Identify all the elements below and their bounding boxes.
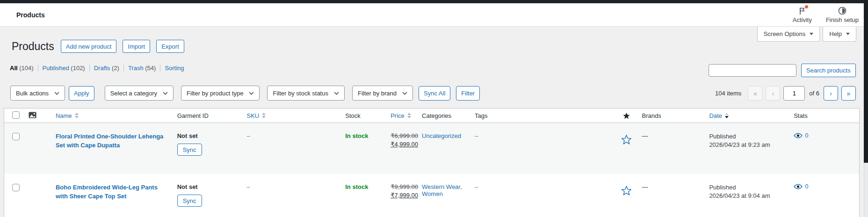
sort-by-price-header[interactable]: Price <box>391 112 411 119</box>
chevron-down-icon <box>54 92 59 95</box>
sort-by-date-header[interactable]: Date <box>709 112 728 119</box>
sort-arrows-icon <box>75 113 79 118</box>
eye-icon <box>794 183 803 190</box>
prev-page-button[interactable]: ‹ <box>766 86 780 101</box>
first-page-button[interactable]: « <box>748 86 762 101</box>
export-button[interactable]: Export <box>156 40 184 53</box>
product-title-link[interactable]: Floral Printed One-Shoulder Lehenga Set … <box>56 132 170 150</box>
tags-value: – <box>475 183 615 190</box>
brands-value: — <box>642 183 706 190</box>
brands-value: — <box>642 132 706 139</box>
activity-flag-icon <box>798 6 807 15</box>
eye-icon <box>794 132 803 139</box>
publish-date: 2026/04/23 at 9:23 am <box>709 141 790 149</box>
sort-by-sku-header[interactable]: SKU <box>246 112 266 119</box>
garment-id-value: Not set <box>177 132 242 139</box>
scrollbar[interactable] <box>864 0 868 217</box>
view-link-published[interactable]: Published (102) <box>43 65 85 72</box>
sort-by-name-header[interactable]: Name <box>56 112 79 119</box>
stats-header: Stats <box>790 112 859 119</box>
view-item-all: All (104) <box>10 65 38 72</box>
star-outline-icon <box>622 186 631 195</box>
sort-arrows-icon <box>407 113 411 118</box>
scrollbar-thumb[interactable] <box>864 0 868 163</box>
page-title: Products <box>12 39 54 53</box>
sku-value: – <box>246 183 341 190</box>
total-pages-label: of 6 <box>809 90 819 97</box>
table-row: Floral Printed One-Shoulder Lehenga Set … <box>4 123 859 174</box>
breadcrumb[interactable]: Products <box>16 11 45 19</box>
sync-all-button[interactable]: Sync All <box>419 86 450 101</box>
current-page-input[interactable] <box>783 86 805 101</box>
notification-dot <box>805 5 808 8</box>
items-count: 104 items <box>715 90 741 97</box>
screen-options-button[interactable]: Screen Options <box>757 27 820 42</box>
select-all-checkbox[interactable] <box>12 111 20 119</box>
last-page-button[interactable]: » <box>841 86 856 101</box>
add-new-product-button[interactable]: Add new product <box>61 40 117 53</box>
chevron-down-icon <box>334 92 339 95</box>
featured-star-toggle[interactable] <box>622 129 631 174</box>
stock-header: Stock <box>341 112 387 119</box>
import-button[interactable]: Import <box>123 40 150 53</box>
search-products-button[interactable]: Search products <box>801 64 856 77</box>
stock-status-select[interactable]: Filter by stock status <box>267 86 344 101</box>
view-filter-links: All (104) Published (102) Drafts (2) Tra… <box>10 65 188 72</box>
image-icon <box>29 112 36 118</box>
sale-price: ₹4,999.00 <box>391 141 418 148</box>
bulk-actions-select[interactable]: Bulk actions <box>10 86 65 101</box>
date-cell: Published 2026/04/23 at 9:04 am <box>709 183 790 200</box>
row-checkbox[interactable] <box>12 133 20 140</box>
star-icon <box>623 112 630 119</box>
category-link[interactable]: Western Wear, Women <box>422 183 471 197</box>
filter-button[interactable]: Filter <box>456 86 480 101</box>
chevron-down-icon <box>163 92 168 95</box>
product-title-link[interactable]: Boho Embroidered Wide-Leg Pants with She… <box>56 183 170 201</box>
site-header: Products Activity Finish setup <box>0 3 868 27</box>
activity-button[interactable]: Activity <box>793 6 812 23</box>
featured-star-toggle[interactable] <box>622 180 631 217</box>
publish-status: Published <box>709 132 790 141</box>
next-page-button[interactable]: › <box>824 86 838 101</box>
help-label: Help <box>829 30 842 37</box>
view-link-trash[interactable]: Trash (54) <box>128 65 156 72</box>
products-table: Name Garment ID SKU Stock Price Categori… <box>4 108 860 217</box>
regular-price: ₹9,999.00 <box>391 183 418 190</box>
finish-setup-label: Finish setup <box>826 16 859 23</box>
admin-top-bar <box>0 0 868 3</box>
image-column-header <box>24 112 52 120</box>
stats-views-link[interactable]: 0 <box>794 183 859 190</box>
category-select[interactable]: Select a category <box>105 86 174 101</box>
product-type-select[interactable]: Filter by product type <box>181 86 260 101</box>
search-input[interactable] <box>709 64 796 77</box>
category-link[interactable]: Uncategorized <box>422 132 461 139</box>
view-link-drafts[interactable]: Drafts (2) <box>94 65 119 72</box>
view-link-all[interactable]: All (104) <box>10 65 34 72</box>
pagination: 104 items « ‹ of 6 › » <box>715 86 856 101</box>
sync-button[interactable]: Sync <box>177 195 202 207</box>
chevron-down-icon <box>402 92 407 95</box>
table-header-row: Name Garment ID SKU Stock Price Categori… <box>4 108 859 123</box>
activity-label: Activity <box>793 16 812 23</box>
apply-button[interactable]: Apply <box>69 86 94 101</box>
view-link-sorting[interactable]: Sorting <box>165 65 184 72</box>
sort-arrows-icon <box>725 113 729 118</box>
views-count: 0 <box>805 183 808 190</box>
sort-arrows-icon <box>262 113 266 118</box>
finish-setup-button[interactable]: Finish setup <box>826 6 859 23</box>
sync-button[interactable]: Sync <box>177 144 202 156</box>
views-count: 0 <box>805 132 808 139</box>
tags-value: – <box>475 132 615 139</box>
featured-column-header <box>615 112 638 119</box>
help-button[interactable]: Help <box>823 27 856 42</box>
row-checkbox[interactable] <box>12 184 20 191</box>
categories-header: Categories <box>418 112 471 119</box>
date-cell: Published 2026/04/23 at 9:23 am <box>709 132 790 149</box>
stock-status: In stock <box>345 183 387 190</box>
view-item-trash: Trash (54) <box>124 65 161 72</box>
filters-toolbar: Bulk actions Apply Select a category Fil… <box>10 86 480 101</box>
woocommerce-products-page: Products Activity Finish setup Screen Op… <box>0 0 868 217</box>
stats-views-link[interactable]: 0 <box>794 132 859 139</box>
brand-select[interactable]: Filter by brand <box>352 86 413 101</box>
finish-setup-icon <box>838 6 847 15</box>
